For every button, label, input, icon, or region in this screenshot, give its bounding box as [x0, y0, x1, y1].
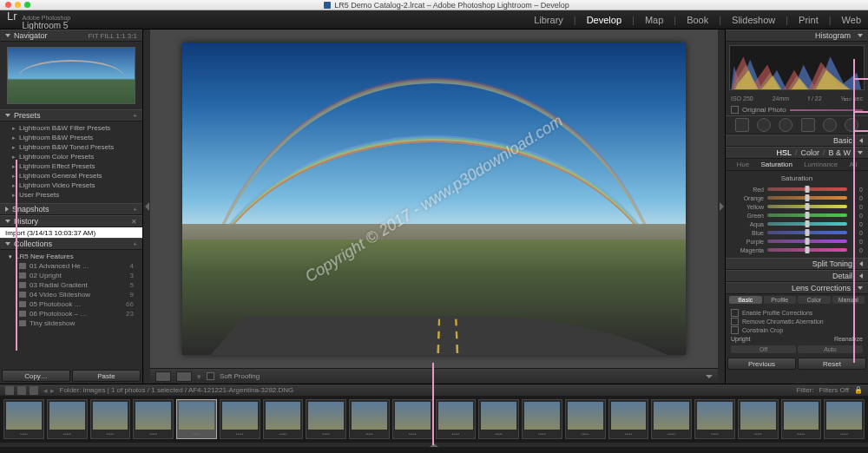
preset-folder[interactable]: Lightroom Effect Presets: [5, 161, 137, 171]
collection-item[interactable]: 01 Advanced He …4: [3, 261, 139, 271]
soft-proof-checkbox[interactable]: [207, 372, 214, 380]
saturation-slider-orange[interactable]: Orange0: [731, 194, 863, 202]
main-photo[interactable]: Copyright © 2017 - www.p30download.com: [182, 43, 686, 355]
saturation-slider-purple[interactable]: Purple0: [731, 237, 863, 246]
filmstrip[interactable]: ••••••••••••••••••••••••••••••••••••••••…: [0, 396, 868, 443]
filmstrip-thumb[interactable]: •••••: [176, 399, 217, 439]
filmstrip-thumb[interactable]: •••••: [824, 399, 865, 439]
radial-filter-icon[interactable]: [823, 118, 837, 132]
filmstrip-thumb[interactable]: •••••: [306, 399, 346, 439]
close-icon[interactable]: [5, 2, 11, 8]
zoom-icon[interactable]: [24, 2, 30, 8]
upright-off-button[interactable]: Off: [731, 345, 796, 353]
lens-tab-basic[interactable]: Basic: [729, 296, 762, 304]
filmstrip-toggle[interactable]: [0, 443, 868, 447]
detail-header[interactable]: Detail: [726, 270, 868, 282]
saturation-slider-magenta[interactable]: Magenta0: [731, 246, 863, 254]
navigator-preview[interactable]: [0, 42, 142, 109]
saturation-slider-green[interactable]: Green0: [731, 211, 863, 220]
filmstrip-thumb[interactable]: •••••: [436, 399, 477, 439]
toolbar-expand-icon[interactable]: [706, 375, 713, 378]
split-toning-header[interactable]: Split Toning: [726, 258, 868, 270]
collection-item[interactable]: 05 Photobook …66: [3, 299, 139, 309]
original-photo-row[interactable]: Original Photo: [726, 104, 868, 115]
reset-button[interactable]: Reset: [798, 358, 866, 370]
filmstrip-thumb[interactable]: •••••: [47, 399, 88, 439]
histogram-display[interactable]: [729, 45, 865, 90]
history-entry[interactable]: Import (3/14/13 10:03:37 AM): [0, 227, 142, 238]
adjust-brush-icon[interactable]: [845, 118, 858, 132]
filmstrip-thumb[interactable]: •••••: [3, 399, 44, 439]
filmstrip-thumb[interactable]: •••••: [220, 399, 260, 439]
collection-item[interactable]: Tiny slideshow: [3, 318, 139, 328]
filmstrip-thumb[interactable]: •••••: [608, 399, 649, 439]
filmstrip-thumb[interactable]: •••••: [522, 399, 562, 439]
minimize-icon[interactable]: [15, 2, 21, 8]
hsl-header[interactable]: HSL/ Color/ B & W: [726, 147, 868, 159]
saturation-slider-aqua[interactable]: Aqua0: [731, 220, 863, 228]
lens-option[interactable]: Remove Chromatic Aberration: [731, 317, 863, 325]
filmstrip-thumb[interactable]: •••••: [349, 399, 390, 439]
filmstrip-thumb[interactable]: •••••: [90, 399, 131, 439]
filmstrip-thumb[interactable]: •••••: [133, 399, 174, 439]
preset-folder[interactable]: Lightroom B&W Filter Presets: [5, 123, 137, 133]
history-header[interactable]: History✕: [0, 215, 142, 227]
loupe-view-icon[interactable]: [155, 371, 171, 382]
hsl-tab-saturation[interactable]: Saturation: [760, 161, 792, 168]
preset-folder[interactable]: Lightroom General Presets: [5, 171, 137, 181]
filmstrip-thumb[interactable]: •••••: [781, 399, 822, 439]
lens-tab-color[interactable]: Color: [798, 296, 831, 304]
lens-option[interactable]: Constrain Crop: [731, 325, 863, 334]
main-window-icon[interactable]: [5, 386, 14, 395]
filmstrip-thumb[interactable]: •••••: [651, 399, 692, 439]
second-window-icon[interactable]: [17, 386, 26, 395]
filter-lock-icon[interactable]: 🔒: [854, 386, 863, 394]
filmstrip-thumb[interactable]: •••••: [565, 399, 606, 439]
filters-off-button[interactable]: Filters Off: [819, 386, 849, 394]
basic-header[interactable]: Basic: [726, 135, 868, 147]
saturation-slider-blue[interactable]: Blue0: [731, 228, 863, 237]
redeye-icon[interactable]: [779, 118, 792, 132]
preset-folder[interactable]: Lightroom Color Presets: [5, 152, 137, 161]
module-slideshow[interactable]: Slideshow: [732, 15, 775, 25]
reanalyze-button[interactable]: Reanalyze: [834, 336, 863, 342]
module-web[interactable]: Web: [842, 15, 861, 25]
hsl-tab-luminance[interactable]: Luminance: [804, 161, 838, 168]
module-print[interactable]: Print: [799, 15, 819, 25]
navigator-zoom-opts[interactable]: FIT FILL 1:1 3:1: [89, 32, 137, 40]
saturation-slider-red[interactable]: Red0: [731, 185, 863, 194]
grid-icon[interactable]: [30, 386, 38, 395]
presets-header[interactable]: Presets+: [0, 109, 142, 121]
navigator-header[interactable]: Navigator FIT FILL 1:1 3:1: [0, 30, 142, 42]
preset-folder[interactable]: Lightroom B&W Toned Presets: [5, 142, 137, 152]
hsl-tab-all[interactable]: All: [850, 161, 858, 168]
collection-group[interactable]: LR5 New Features: [3, 252, 139, 261]
module-develop[interactable]: Develop: [587, 15, 621, 25]
histogram-header[interactable]: Histogram: [726, 30, 868, 42]
collection-item[interactable]: 04 Video Slideshow9: [3, 290, 139, 299]
collection-item[interactable]: 06 Photobook – …23: [3, 309, 139, 318]
crop-tool-icon[interactable]: [735, 118, 749, 132]
saturation-slider-yellow[interactable]: Yellow0: [731, 202, 863, 211]
lens-header[interactable]: Lens Corrections: [726, 282, 868, 294]
filmstrip-thumb[interactable]: •••••: [392, 399, 433, 439]
upright-auto-button[interactable]: Auto: [798, 345, 863, 353]
preset-folder[interactable]: User Presets: [5, 190, 137, 200]
filmstrip-thumb[interactable]: •••••: [738, 399, 779, 439]
hsl-tab-hue[interactable]: Hue: [737, 161, 750, 168]
collection-item[interactable]: 02 Upright3: [3, 271, 139, 280]
left-panel-toggle[interactable]: [143, 30, 150, 384]
collections-header[interactable]: Collections+: [0, 238, 142, 250]
module-library[interactable]: Library: [534, 15, 563, 25]
before-after-icon[interactable]: [176, 371, 192, 382]
module-book[interactable]: Book: [687, 15, 708, 25]
module-map[interactable]: Map: [645, 15, 663, 25]
right-panel-toggle[interactable]: [718, 30, 725, 384]
filmstrip-thumb[interactable]: •••••: [694, 399, 735, 439]
lens-tab-profile[interactable]: Profile: [764, 296, 797, 304]
copy-button[interactable]: Copy…: [2, 370, 70, 382]
preset-folder[interactable]: Lightroom B&W Presets: [5, 133, 137, 142]
filmstrip-thumb[interactable]: •••••: [263, 399, 304, 439]
spot-removal-icon[interactable]: [757, 118, 771, 132]
grad-filter-icon[interactable]: [801, 118, 815, 132]
